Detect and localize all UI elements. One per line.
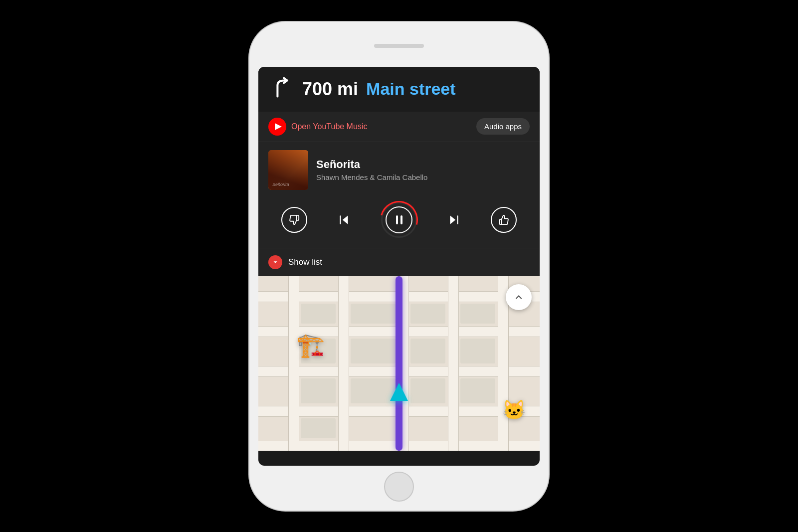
phone-screen: 700 mi Main street Open YouTube Music Au… <box>258 67 540 466</box>
map-block <box>460 304 495 324</box>
map-block <box>301 304 336 324</box>
collapse-panel-button[interactable] <box>506 284 532 310</box>
navigation-header: 700 mi Main street <box>258 67 540 112</box>
map-block <box>301 378 336 403</box>
map-block <box>410 378 445 403</box>
map-road <box>288 276 299 451</box>
playback-controls <box>258 198 540 248</box>
map-road <box>448 276 459 451</box>
progress-ring-arc <box>373 194 425 246</box>
svg-marker-0 <box>343 215 348 224</box>
waze-car-icon <box>390 383 408 401</box>
youtube-music-icon <box>268 118 286 136</box>
map-block <box>351 339 396 363</box>
dislike-button[interactable] <box>281 207 307 233</box>
show-list-icon <box>268 255 282 269</box>
map-block <box>460 378 495 403</box>
map-block <box>351 304 396 324</box>
like-button[interactable] <box>491 207 517 233</box>
phone-device: 700 mi Main street Open YouTube Music Au… <box>249 22 549 511</box>
phone-speaker <box>374 44 424 48</box>
nav-distance: 700 mi <box>302 79 358 100</box>
map-block <box>351 378 396 403</box>
track-text: Señorita Shawn Mendes & Camila Cabello <box>316 158 530 181</box>
svg-marker-2 <box>450 215 455 224</box>
map-road <box>338 276 349 451</box>
waze-cat-icon: 🐱 <box>502 399 526 421</box>
turn-right-arrow-icon <box>270 77 294 101</box>
audio-apps-button[interactable]: Audio apps <box>476 118 530 135</box>
map-block <box>410 339 445 363</box>
music-panel: Open YouTube Music Audio apps Señorita S… <box>258 112 540 276</box>
open-yt-label: Open YouTube Music <box>291 122 367 131</box>
waze-avatar: 🏗️ <box>294 329 326 361</box>
nav-street: Main street <box>366 79 456 99</box>
map-block <box>460 339 495 363</box>
map-block <box>301 418 336 438</box>
track-info: Señorita Señorita Shawn Mendes & Camila … <box>258 142 540 198</box>
phone-home-button[interactable] <box>384 472 414 502</box>
pause-button[interactable] <box>381 202 417 238</box>
show-list-row[interactable]: Show list <box>258 248 540 276</box>
map-area: 🏗️ 🐱 <box>258 276 540 451</box>
track-title: Señorita <box>316 158 530 171</box>
previous-track-button[interactable] <box>333 209 355 231</box>
next-track-button[interactable] <box>443 209 465 231</box>
music-top-bar: Open YouTube Music Audio apps <box>258 112 540 142</box>
show-list-label: Show list <box>288 257 322 267</box>
map-block <box>410 304 445 324</box>
track-artist: Shawn Mendes & Camila Cabello <box>316 173 530 181</box>
open-youtube-music-button[interactable]: Open YouTube Music <box>268 118 367 136</box>
album-art: Señorita <box>268 150 308 190</box>
route-line <box>396 276 402 451</box>
